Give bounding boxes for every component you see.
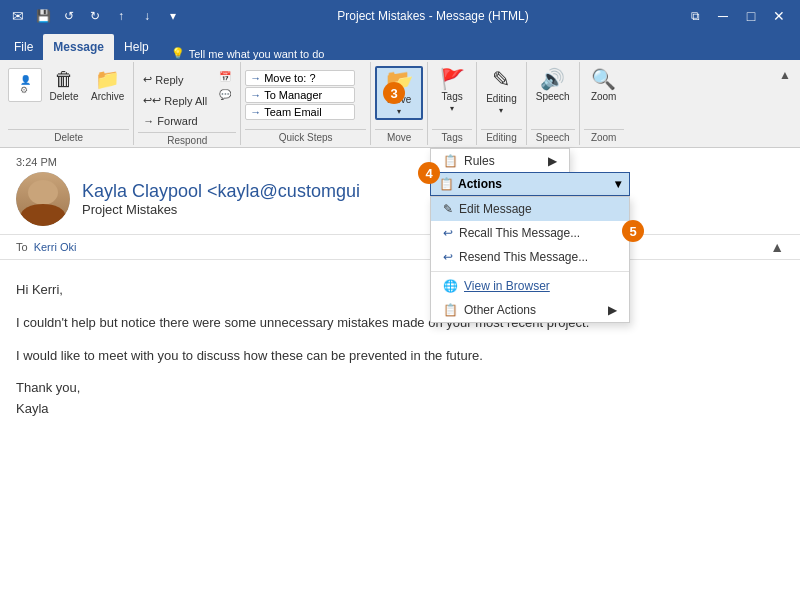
delete-group-content: 👤⚙ 🗑 Delete 📁 Archive — [8, 62, 129, 127]
forward-btn[interactable]: → Forward — [138, 112, 212, 130]
to-address[interactable]: Kerri Oki — [34, 241, 77, 253]
reply-all-btn[interactable]: ↩↩ Reply All — [138, 91, 212, 110]
resend-message-item[interactable]: ↩ Resend This Message... — [431, 245, 629, 269]
browser-icon: 🌐 — [443, 279, 458, 293]
badge-4: 4 — [418, 162, 440, 184]
rules-item[interactable]: 📋 Rules ▶ — [431, 149, 569, 173]
delete-btn[interactable]: 🗑 Delete — [44, 66, 84, 105]
speech-icon: 🔊 — [540, 69, 565, 89]
content-area: 3:24 PM Kayla Claypool <kayla@customgui … — [0, 148, 800, 600]
edit-icon: ✎ — [443, 202, 453, 216]
archive-btn[interactable]: 📁 Archive — [86, 66, 129, 105]
reply-icon: ↩ — [143, 73, 152, 86]
delete-group-label: Delete — [8, 129, 129, 145]
avatar-image — [16, 172, 70, 226]
close-btn[interactable]: ✕ — [766, 3, 792, 29]
speech-group-content: 🔊 Speech — [531, 62, 575, 127]
maximize-btn[interactable]: □ — [738, 3, 764, 29]
moveto-icon: → — [250, 72, 261, 84]
ribbon-tabs: File Message Help 💡 Tell me what you wan… — [0, 32, 800, 60]
resend-icon: ↩ — [443, 250, 453, 264]
respond-group-label: Respond — [138, 132, 236, 148]
other-icon: 📋 — [443, 303, 458, 317]
tell-me-input[interactable]: 💡 Tell me what you want to do — [171, 47, 325, 60]
editing-group-label: Editing — [481, 129, 522, 145]
timestamp: 3:24 PM — [16, 156, 57, 168]
meeting-icon: 📅 — [219, 71, 231, 82]
recall-message-item[interactable]: ↩ Recall This Message... — [431, 221, 629, 245]
delete-icon: 🗑 — [54, 69, 74, 89]
undo-qat-btn[interactable]: ↺ — [58, 5, 80, 27]
quicksteps-content: → Move to: ? → To Manager → Team Email 3 — [245, 62, 366, 127]
rules-icon: 📋 — [443, 154, 458, 168]
editing-icon: ✎ — [492, 69, 510, 91]
actions-label: Actions — [458, 177, 502, 191]
actions-area: 📋 Actions ▾ 4 ✎ Edit Message ↩ Recall Th… — [430, 172, 630, 323]
speech-btn[interactable]: 🔊 Speech — [531, 66, 575, 105]
to-line: To Kerri Oki ▲ — [0, 235, 800, 260]
up-qat-btn[interactable]: ↑ — [110, 5, 132, 27]
tab-help[interactable]: Help — [114, 34, 159, 60]
reply-all-icon: ↩↩ — [143, 94, 161, 107]
collapse-ribbon-btn[interactable]: ▲ — [774, 64, 796, 86]
team-icon: → — [250, 106, 261, 118]
zoom-group-label: Zoom — [584, 129, 624, 145]
title-bar-left: ✉ 💾 ↺ ↻ ↑ ↓ ▾ — [8, 5, 184, 27]
actions-button[interactable]: 📋 Actions ▾ — [430, 172, 630, 196]
ribbon-group-quicksteps: → Move to: ? → To Manager → Team Email 3… — [241, 62, 371, 145]
email-body: Hi Kerri, I couldn't help but notice the… — [0, 260, 800, 452]
tab-file[interactable]: File — [4, 34, 43, 60]
quick-steps-list: → Move to: ? → To Manager → Team Email — [245, 66, 355, 120]
tags-group-content: 🚩 Tags ▾ — [432, 62, 472, 127]
view-browser-item[interactable]: 🌐 View in Browser — [431, 274, 629, 298]
minimize-btn[interactable]: ─ — [710, 3, 736, 29]
zoom-btn[interactable]: 🔍 Zoom — [584, 66, 624, 105]
to-label: To — [16, 241, 28, 253]
quicksteps-group-label: Quick Steps — [245, 129, 366, 145]
forward-icon: → — [143, 115, 154, 127]
lightbulb-icon: 💡 — [171, 47, 185, 60]
im-btn[interactable]: 💬 — [214, 86, 236, 103]
tags-btn[interactable]: 🚩 Tags ▾ — [432, 66, 472, 116]
qs-teamemail[interactable]: → Team Email — [245, 104, 355, 120]
qs-manager[interactable]: → To Manager — [245, 87, 355, 103]
other-actions-item[interactable]: 📋 Other Actions ▶ — [431, 298, 629, 322]
meeting-btn[interactable]: 📅 — [214, 68, 236, 85]
qs-moveto[interactable]: → Move to: ? — [245, 70, 355, 86]
rules-dropdown-area: 📋 Rules ▶ — [430, 148, 570, 174]
tags-dropdown-icon: ▾ — [450, 104, 454, 113]
actions-icon: 📋 — [439, 177, 454, 191]
title-bar: ✉ 💾 ↺ ↻ ↑ ↓ ▾ Project Mistakes - Message… — [0, 0, 800, 32]
sender-avatar — [16, 172, 70, 226]
tags-group-label: Tags — [432, 129, 472, 145]
window-title: Project Mistakes - Message (HTML) — [184, 9, 682, 23]
collapse-header-btn[interactable]: ▲ — [770, 239, 784, 255]
rules-dropdown: 📋 Rules ▶ — [430, 148, 570, 174]
tags-icon: 🚩 — [440, 69, 465, 89]
zoom-icon: 🔍 — [591, 69, 616, 89]
ribbon-group-respond: ↩ Reply ↩↩ Reply All → Forward 📅 — [134, 62, 241, 145]
actions-dropdown-arrow: ▾ — [615, 177, 621, 191]
move-dropdown-icon: ▾ — [397, 107, 401, 116]
restore-down-btn[interactable]: ⧉ — [682, 3, 708, 29]
ribbon: 👤⚙ 🗑 Delete 📁 Archive Delete ↩ — [0, 60, 800, 148]
editing-btn[interactable]: ✎ Editing ▾ — [481, 66, 522, 118]
email-line1: I couldn't help but notice there were so… — [16, 313, 784, 334]
email-time: 3:24 PM — [16, 156, 784, 168]
down-qat-btn[interactable]: ↓ — [136, 5, 158, 27]
ribbon-group-editing: ✎ Editing ▾ Editing — [477, 62, 527, 145]
editing-group-content: ✎ Editing ▾ — [481, 62, 522, 127]
ribbon-group-tags: 🚩 Tags ▾ Tags — [428, 62, 477, 145]
editing-dropdown-icon: ▾ — [499, 106, 503, 115]
badge-3: 3 — [383, 82, 405, 104]
tab-message[interactable]: Message — [43, 34, 114, 60]
redo-qat-btn[interactable]: ↻ — [84, 5, 106, 27]
ribbon-group-speech: 🔊 Speech Speech — [527, 62, 580, 145]
save-qat-btn[interactable]: 💾 — [32, 5, 54, 27]
respond-group-content: ↩ Reply ↩↩ Reply All → Forward 📅 — [138, 62, 236, 130]
edit-message-item[interactable]: ✎ Edit Message — [431, 197, 629, 221]
reply-btn[interactable]: ↩ Reply — [138, 70, 212, 89]
actions-separator — [431, 271, 629, 272]
email-greeting: Hi Kerri, — [16, 280, 784, 301]
customize-qat-btn[interactable]: ▾ — [162, 5, 184, 27]
